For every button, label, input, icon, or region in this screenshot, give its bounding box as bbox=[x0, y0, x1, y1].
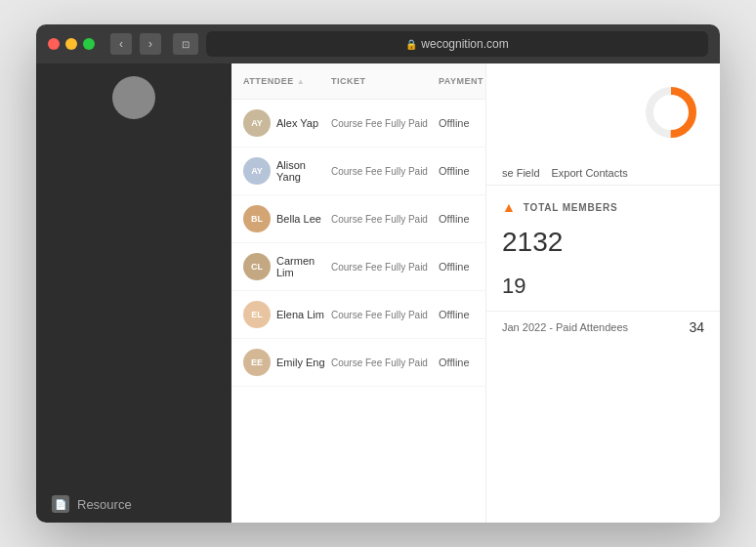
total-members-header: ▲ TOTAL MEMBERS bbox=[486, 186, 720, 223]
attendee-cell: AY Alison Yang bbox=[243, 157, 331, 185]
minimize-button[interactable] bbox=[65, 38, 77, 50]
avatar-initials: CL bbox=[243, 253, 271, 280]
paid-attendees-value: 34 bbox=[689, 319, 704, 335]
url-text: wecognition.com bbox=[421, 37, 508, 51]
back-button[interactable]: ‹ bbox=[110, 33, 132, 55]
donut-chart bbox=[642, 83, 700, 142]
titlebar: ‹ › ⊡ 🔒 wecognition.com bbox=[36, 24, 720, 63]
th-attendee: ATTENDEE ▲ bbox=[243, 71, 331, 91]
attendee-name: Bella Lee bbox=[276, 213, 321, 225]
attendee-cell: AY Alex Yap bbox=[243, 109, 331, 137]
avatar-initials: BL bbox=[243, 205, 271, 232]
total-members-value: 2132 bbox=[486, 223, 720, 270]
attendee-name: Alex Yap bbox=[276, 117, 318, 129]
attendee-avatar: CL bbox=[243, 253, 271, 280]
browser-window: ‹ › ⊡ 🔒 wecognition.com 📄 Resource ATTEN… bbox=[36, 24, 720, 523]
export-contacts-button[interactable]: Export Contacts bbox=[552, 167, 628, 179]
resource-label: Resource bbox=[77, 497, 132, 512]
sidebar-avatar-area bbox=[36, 63, 231, 132]
avatar-initials: EE bbox=[243, 349, 271, 376]
sidebar-resource-item[interactable]: 📄 Resource bbox=[36, 485, 231, 523]
attendee-cell: EE Emily Eng bbox=[243, 349, 331, 376]
avatar-initials: AY bbox=[243, 109, 271, 137]
traffic-lights bbox=[48, 38, 95, 50]
th-ticket: TICKET bbox=[331, 71, 439, 91]
attendee-avatar: EE bbox=[243, 349, 271, 376]
ticket-cell: Course Fee Fully Paid bbox=[331, 310, 439, 320]
avatar bbox=[112, 76, 155, 119]
close-button[interactable] bbox=[48, 38, 60, 50]
tab-button[interactable]: ⊡ bbox=[173, 33, 198, 55]
attendee-cell: BL Bella Lee bbox=[243, 205, 331, 232]
ticket-cell: Course Fee Fully Paid bbox=[331, 214, 439, 225]
attendee-name: Carmen Lim bbox=[276, 255, 331, 278]
paid-attendees-row: Jan 2022 - Paid Attendees 34 bbox=[486, 311, 720, 343]
ticket-cell: Course Fee Fully Paid bbox=[331, 358, 439, 368]
secondary-value: 19 bbox=[486, 270, 720, 311]
attendee-avatar: AY bbox=[243, 157, 271, 185]
attendee-cell: CL Carmen Lim bbox=[243, 253, 331, 280]
attendee-name: Emily Eng bbox=[276, 357, 325, 368]
stats-actions: se Field Export Contacts bbox=[486, 161, 720, 186]
lock-icon: 🔒 bbox=[405, 39, 417, 50]
attendee-avatar: AY bbox=[243, 109, 271, 137]
attendee-avatar: BL bbox=[243, 205, 271, 232]
attendee-name: Elena Lim bbox=[276, 309, 324, 320]
attendee-avatar: EL bbox=[243, 301, 271, 328]
sort-icon: ▲ bbox=[297, 77, 305, 86]
browser-content: 📄 Resource ATTENDEE ▲ TICKET PAYMENT TYP… bbox=[36, 63, 720, 523]
ticket-cell: Course Fee Fully Paid bbox=[331, 262, 439, 273]
address-bar[interactable]: 🔒 wecognition.com bbox=[206, 31, 708, 57]
sort-up-icon: ▲ bbox=[502, 199, 516, 215]
maximize-button[interactable] bbox=[83, 38, 95, 50]
use-field-button[interactable]: se Field bbox=[502, 167, 540, 179]
avatar-initials: AY bbox=[243, 157, 271, 185]
stats-panel: se Field Export Contacts ▲ TOTAL MEMBERS… bbox=[485, 63, 720, 523]
ticket-cell: Course Fee Fully Paid bbox=[331, 166, 439, 177]
attendee-cell: EL Elena Lim bbox=[243, 301, 331, 328]
forward-button[interactable]: › bbox=[140, 33, 161, 55]
ticket-cell: Course Fee Fully Paid bbox=[331, 118, 439, 129]
total-members-label: TOTAL MEMBERS bbox=[524, 202, 618, 213]
chart-area bbox=[486, 63, 720, 161]
sidebar: 📄 Resource bbox=[36, 63, 231, 523]
attendee-name: Alison Yang bbox=[276, 159, 331, 183]
avatar-initials: EL bbox=[243, 301, 271, 328]
paid-attendees-label: Jan 2022 - Paid Attendees bbox=[502, 321, 628, 333]
resource-icon: 📄 bbox=[52, 495, 69, 513]
